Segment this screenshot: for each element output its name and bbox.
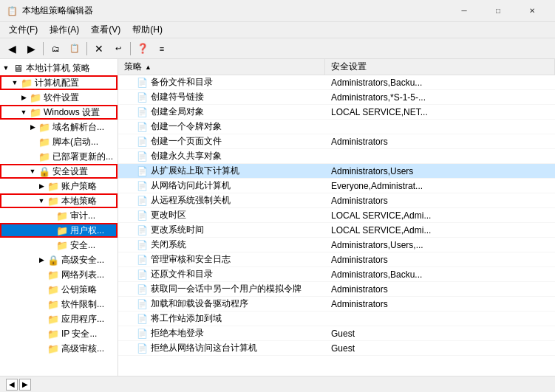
minimize-button[interactable]: ─ [447,0,481,22]
cell-policy: 📄 创建符号链接 [118,91,325,103]
nav-right-button[interactable]: ▶ [19,379,31,391]
tree-label-deployed: 已部署更新的... [52,151,113,163]
tree-item-scripts[interactable]: ▶ 📁 脚本(启动... [0,134,118,149]
list-row[interactable]: 📄 将工作站添加到域 [118,312,555,326]
tree-item-network[interactable]: ▶ 📁 网络列表... [0,267,118,282]
tree-item-accounts[interactable]: ▶ 📁 账户策略 [0,179,118,193]
cell-policy: 📄 获取同一会话中另一个用户的模拟令牌 [118,283,325,295]
list-row[interactable]: 📄 还原文件和目录 Administrators,Backu... [118,267,555,282]
cell-policy: 📄 创建全局对象 [118,106,325,118]
cell-security: LOCAL SERVICE,Admi... [325,210,555,221]
cell-security: LOCAL SERVICE,NET... [325,107,555,117]
tree-item-ipsec[interactable]: ▶ 📁 IP 安全... [0,326,118,341]
sort-icon-policy: ▲ [145,63,151,71]
list-row[interactable]: 📄 创建一个令牌对象 [118,120,555,134]
cell-security: Administrators,Backu... [325,78,555,88]
folder-icon-ipsec: 📁 [47,328,59,340]
menu-bar: 文件(F) 操作(A) 查看(V) 帮助(H) [0,22,555,38]
tree-item-audit[interactable]: ▶ 📁 审计... [0,208,118,223]
maximize-button[interactable]: □ [481,0,515,22]
policy-label: 创建符号链接 [151,91,204,103]
list-row[interactable]: 📄 备份文件和目录 Administrators,Backu... [118,75,555,90]
list-row[interactable]: 📄 从扩展站上取下计算机 Administrators,Users [118,164,555,179]
folder-icon-software2: 📁 [47,298,59,310]
list-row[interactable]: 📄 拒绝本地登录 Guest [118,326,555,341]
policy-icon: 📄 [136,77,148,89]
list-body[interactable]: 📄 备份文件和目录 Administrators,Backu... 📄 创建符号… [118,75,555,376]
tree-item-windows[interactable]: ▼ 📁 Windows 设置 [0,105,118,120]
policy-icon: 📄 [136,239,148,251]
expand-icon-computer: ▼ [10,78,19,87]
tree-label-applocker: 应用程序... [61,313,104,326]
help-button[interactable]: ❓ [134,41,151,57]
tree-label-advanced: 高级安全... [61,254,104,267]
folder-icon-pubkey: 📁 [47,283,59,295]
cell-policy: 📄 创建永久共享对象 [118,150,325,162]
tree-item-software2[interactable]: ▶ 📁 软件限制... [0,297,118,312]
cell-policy: 📄 从网络访问此计算机 [118,179,325,192]
col-header-security[interactable]: 安全设置 [325,59,555,75]
tree-item-pubkey[interactable]: ▶ 📁 公钥策略 [0,282,118,297]
list-row[interactable]: 📄 创建一个页面文件 Administrators [118,134,555,149]
tree-item-computer[interactable]: ▼ 📁 计算机配置 [0,75,118,90]
tree-item-applocker[interactable]: ▶ 📁 应用程序... [0,312,118,326]
menu-view[interactable]: 查看(V) [85,22,126,38]
policy-icon: 📄 [136,210,148,221]
list-row[interactable]: 📄 更改系统时间 LOCAL SERVICE,Admi... [118,223,555,238]
folder-icon-accounts: 📁 [47,180,59,192]
menu-action[interactable]: 操作(A) [44,22,85,38]
back-button[interactable]: ◀ [3,41,21,57]
tree-item-software[interactable]: ▶ 📁 软件设置 [0,90,118,105]
tree-item-advanced[interactable]: ▶ 🔒 高级安全... [0,252,118,267]
delete-button[interactable]: ✕ [90,41,108,57]
list-button[interactable]: ≡ [153,41,171,57]
cell-security: Administrators [325,299,555,309]
cell-policy: 📄 拒绝从网络访问这台计算机 [118,342,325,354]
show-tree-button2[interactable]: 📋 [66,41,84,57]
list-row[interactable]: 📄 从远程系统强制关机 Administrators [118,193,555,208]
cell-security: Administrators [325,255,555,265]
list-row[interactable]: 📄 拒绝从网络访问这台计算机 Guest [118,341,555,356]
show-tree-button[interactable]: 🗂 [47,41,64,57]
tree-item-security[interactable]: ▼ 🔒 安全设置 [0,164,118,179]
policy-icon: 📄 [136,328,148,340]
menu-help[interactable]: 帮助(H) [126,22,168,38]
menu-file[interactable]: 文件(F) [3,22,44,38]
tree-item-deployed[interactable]: ▶ 📁 已部署更新的... [0,149,118,164]
list-row[interactable]: 📄 创建符号链接 Administrators,*S-1-5-... [118,90,555,105]
list-row[interactable]: 📄 创建全局对象 LOCAL SERVICE,NET... [118,105,555,120]
list-row[interactable]: 📄 从网络访问此计算机 Everyone,Administrat... [118,179,555,193]
cell-policy: 📄 从扩展站上取下计算机 [118,165,325,177]
list-row[interactable]: 📄 创建永久共享对象 [118,149,555,164]
col-header-policy[interactable]: 策略 ▲ [118,59,325,75]
tree-item-root[interactable]: ▼ 🖥 本地计算机 策略 [0,61,118,75]
tree-item-security2[interactable]: ▶ 📁 安全... [0,238,118,252]
tree-panel[interactable]: ▼ 🖥 本地计算机 策略 ▼ 📁 计算机配置 ▶ 📁 软件设置 ▼ 📁 Wind… [0,59,118,376]
nav-left-button[interactable]: ◀ [6,379,18,391]
policy-label: 加载和卸载设备驱动程序 [151,298,248,310]
forward-button[interactable]: ▶ [22,41,40,57]
toolbar: ◀ ▶ 🗂 📋 ✕ ↩ ❓ ≡ [0,38,555,59]
tree-label-security: 安全设置 [52,165,88,178]
folder-icon-deployed: 📁 [38,151,50,162]
list-row[interactable]: 📄 获取同一会话中另一个用户的模拟令牌 Administrators [118,282,555,297]
policy-icon: 📄 [136,180,148,192]
cell-policy: 📄 拒绝本地登录 [118,327,325,340]
tree-item-local[interactable]: ▼ 📁 本地策略 [0,193,118,208]
list-row[interactable]: 📄 加载和卸载设备驱动程序 Administrators [118,297,555,312]
list-row[interactable]: 📄 关闭系统 Administrators,Users,... [118,238,555,252]
tree-label-userrights: 用户权... [70,224,104,237]
list-row[interactable]: 📄 管理审核和安全日志 Administrators [118,252,555,267]
cell-policy: 📄 更改系统时间 [118,224,325,236]
tree-label-dns: 域名解析台... [52,121,104,134]
policy-icon: 📄 [136,254,148,266]
folder-icon-applocker: 📁 [47,313,59,325]
export-button[interactable]: ↩ [109,41,127,57]
tree-item-userrights[interactable]: ▶ 📁 用户权... [0,223,118,238]
close-button[interactable]: ✕ [515,0,549,22]
policy-label: 从远程系统强制关机 [151,194,231,207]
cell-policy: 📄 创建一个页面文件 [118,135,325,148]
list-row[interactable]: 📄 更改时区 LOCAL SERVICE,Admi... [118,208,555,223]
tree-item-advanced2[interactable]: ▶ 📁 高级审核... [0,341,118,356]
tree-item-dns[interactable]: ▶ 📁 域名解析台... [0,120,118,134]
